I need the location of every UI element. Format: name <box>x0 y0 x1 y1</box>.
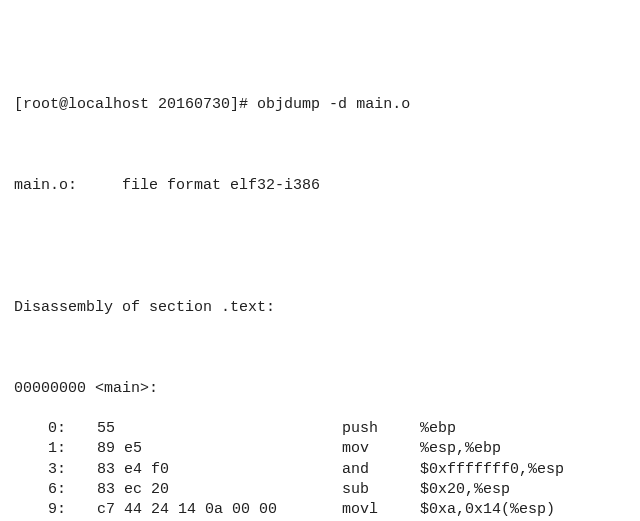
symbol-name: <main>: <box>95 380 158 397</box>
blank-line <box>14 338 626 358</box>
file-format: elf32-i386 <box>230 177 320 194</box>
operands: $0xa,0x14(%esp) <box>420 500 555 520</box>
disasm-line: 1: 89 e5mov%esp,%ebp <box>14 439 626 459</box>
addr: 0: <box>14 419 70 439</box>
operands: %esp,%ebp <box>420 439 501 459</box>
bytes: 83 ec 20 <box>97 480 342 500</box>
blank-line <box>14 136 626 156</box>
file-format-label: file format <box>122 177 221 194</box>
mnemonic: push <box>342 419 420 439</box>
disasm-line: 6: 83 ec 20sub$0x20,%esp <box>14 480 626 500</box>
addr: 1: <box>14 439 70 459</box>
operands: $0x20,%esp <box>420 480 510 500</box>
addr: 3: <box>14 460 70 480</box>
bytes: 55 <box>97 419 342 439</box>
bytes: 89 e5 <box>97 439 342 459</box>
mnemonic: and <box>342 460 420 480</box>
bytes: 83 e4 f0 <box>97 460 342 480</box>
blank-line <box>14 217 626 237</box>
shell-prompt-line: [root@localhost 20160730]# objdump -d ma… <box>14 95 626 115</box>
disassembly-block: 0: 55push%ebp1: 89 e5mov%esp,%ebp3: 83 e… <box>14 419 626 521</box>
mnemonic: mov <box>342 439 420 459</box>
disasm-line: 3: 83 e4 f0and$0xfffffff0,%esp <box>14 460 626 480</box>
disasm-line: 9: c7 44 24 14 0a 00 00movl$0xa,0x14(%es… <box>14 500 626 520</box>
user: root <box>23 96 59 113</box>
section-header: Disassembly of section .text: <box>14 298 626 318</box>
addr: 6: <box>14 480 70 500</box>
addr: 9: <box>14 500 70 520</box>
host: localhost <box>68 96 149 113</box>
mnemonic: movl <box>342 500 420 520</box>
cwd: 20160730 <box>158 96 230 113</box>
symbol-addr: 00000000 <box>14 380 86 397</box>
operands: %ebp <box>420 419 456 439</box>
file-format-line: main.o: file format elf32-i386 <box>14 176 626 196</box>
file-name: main.o: <box>14 177 77 194</box>
operands: $0xfffffff0,%esp <box>420 460 564 480</box>
bytes: c7 44 24 14 0a 00 00 <box>97 500 342 520</box>
mnemonic: sub <box>342 480 420 500</box>
symbol-header: 00000000 <main>: <box>14 379 626 399</box>
command: objdump -d main.o <box>257 96 410 113</box>
blank-line <box>14 257 626 277</box>
disasm-line: 0: 55push%ebp <box>14 419 626 439</box>
